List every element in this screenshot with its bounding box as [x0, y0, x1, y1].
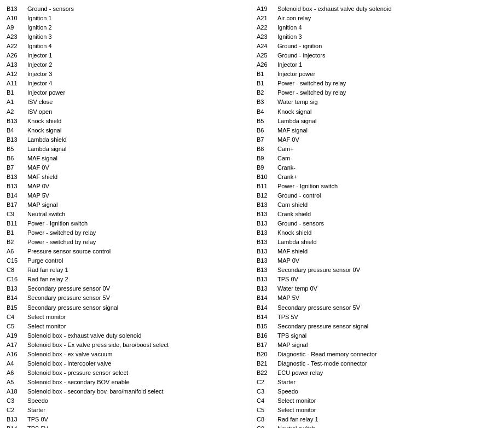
- table-row: B13Lambda shield: [256, 238, 499, 247]
- row-label: Diagnostic - Read memory connector: [277, 350, 377, 359]
- table-row: C5Select monitor: [5, 322, 248, 331]
- row-code: B20: [257, 350, 277, 359]
- row-code: B13: [257, 256, 277, 265]
- table-row: B13MAF shield: [5, 172, 248, 182]
- row-code: B13: [257, 284, 277, 293]
- row-code: C9: [257, 424, 277, 428]
- table-row: B8Cam+: [256, 144, 499, 154]
- row-code: C4: [257, 396, 277, 406]
- table-row: B13TPS 0V: [5, 415, 248, 424]
- row-code: B14: [257, 313, 277, 322]
- row-code: A5: [7, 378, 27, 387]
- row-label: Injector 2: [27, 60, 52, 70]
- table-row: B14Secondary pressure sensor 5V: [5, 293, 248, 303]
- column-divider: [252, 4, 252, 428]
- table-row: B4Knock signal: [5, 126, 248, 135]
- row-label: Solenoid box - ex valve vacuum: [27, 350, 112, 359]
- row-label: Secondary pressure sensor 5V: [27, 293, 110, 303]
- row-label: Speedo: [277, 387, 298, 396]
- row-code: B13: [7, 4, 27, 14]
- table-row: B14TPS 5V: [5, 424, 248, 428]
- table-row: A24Ground - ignition: [256, 42, 499, 51]
- table-row: B2Power - switched by relay: [256, 88, 499, 97]
- row-label: Solenoid box - Ex valve press side, baro…: [27, 340, 169, 350]
- row-label: MAP 5V: [27, 191, 49, 200]
- row-code: A23: [257, 32, 277, 42]
- row-code: A26: [7, 51, 27, 60]
- row-code: B5: [7, 144, 27, 154]
- row-code: A19: [257, 4, 277, 14]
- table-row: B12Ground - control: [256, 191, 499, 200]
- table-row: B17MAP signal: [5, 200, 248, 210]
- row-code: B14: [7, 424, 27, 428]
- row-code: C4: [7, 313, 27, 322]
- row-code: A6: [7, 368, 27, 378]
- row-label: Power - Ignition switch: [277, 182, 338, 191]
- row-label: Lambda signal: [277, 117, 317, 126]
- row-code: C2: [257, 378, 277, 387]
- row-code: A25: [257, 51, 277, 60]
- row-label: Solenoid box - secondary BOV enable: [27, 378, 130, 387]
- row-label: Ground - sensors: [27, 4, 74, 14]
- row-label: Select monitor: [277, 406, 316, 415]
- row-label: Select monitor: [277, 396, 316, 406]
- table-row: B13Lambda shield: [5, 135, 248, 144]
- row-label: TPS 0V: [277, 275, 298, 284]
- row-label: Neutral switch: [27, 210, 65, 219]
- table-row: C4Select monitor: [256, 396, 499, 406]
- row-code: A23: [7, 32, 27, 42]
- row-code: A9: [7, 23, 27, 32]
- row-code: A12: [7, 70, 27, 79]
- row-code: B4: [257, 107, 277, 117]
- table-row: C16Rad fan relay 2: [5, 275, 248, 284]
- table-row: C9Neutral switch: [256, 424, 499, 428]
- table-row: A25Ground - injectors: [256, 51, 499, 60]
- row-label: MAF shield: [277, 247, 308, 256]
- row-label: Ground - control: [277, 191, 321, 200]
- row-code: B8: [257, 144, 277, 154]
- row-code: C5: [257, 406, 277, 415]
- row-code: A16: [7, 350, 27, 359]
- row-code: A10: [7, 14, 27, 23]
- row-label: Secondary pressure sensor 5V: [277, 303, 360, 313]
- row-code: A11: [7, 79, 27, 88]
- row-label: ISV close: [27, 97, 53, 107]
- table-row: B15Secondary pressure sensor signal: [5, 303, 248, 313]
- row-label: MAP signal: [277, 340, 308, 350]
- row-code: B2: [257, 88, 277, 97]
- row-label: Purge control: [27, 256, 63, 265]
- table-row: B6MAF signal: [5, 154, 248, 163]
- row-label: Solenoid box - pressure sensor select: [27, 368, 128, 378]
- row-label: Power - Ignition switch: [27, 219, 88, 228]
- table-row: B7MAF 0V: [256, 135, 499, 144]
- table-row: B22ECU power relay: [256, 368, 499, 378]
- row-code: B13: [257, 210, 277, 219]
- table-row: B7MAF 0V: [5, 163, 248, 172]
- row-label: MAF 0V: [277, 135, 299, 144]
- row-code: A4: [7, 359, 27, 368]
- row-label: Knock signal: [27, 126, 61, 135]
- row-code: B2: [7, 238, 27, 247]
- table-row: A26Injector 1: [5, 51, 248, 60]
- row-label: Injector 3: [27, 70, 52, 79]
- row-label: Ignition 2: [27, 23, 52, 32]
- row-label: Ignition 3: [27, 32, 52, 42]
- table-row: A6Pressure sensor source control: [5, 247, 248, 256]
- row-code: B5: [257, 117, 277, 126]
- table-row: A13Injector 2: [5, 60, 248, 70]
- row-code: B15: [7, 303, 27, 313]
- row-code: A24: [257, 42, 277, 51]
- table-row: C3Speedo: [5, 396, 248, 406]
- table-row: A4Solenoid box - intercooler valve: [5, 359, 248, 368]
- row-label: Secondary pressure sensor signal: [27, 303, 118, 313]
- row-label: Diagnostic - Test-mode connector: [277, 359, 367, 368]
- row-code: B13: [7, 284, 27, 293]
- row-label: Injector power: [27, 88, 65, 97]
- row-label: Ignition 4: [277, 23, 302, 32]
- right-column: A19Solenoid box - exhaust valve duty sol…: [256, 4, 499, 428]
- table-row: C5Select monitor: [256, 406, 499, 415]
- table-row: B13Secondary pressure sensor 0V: [256, 265, 499, 275]
- row-code: B13: [257, 275, 277, 284]
- table-row: A16Solenoid box - ex valve vacuum: [5, 350, 248, 359]
- table-row: C8Rad fan relay 1: [5, 265, 248, 275]
